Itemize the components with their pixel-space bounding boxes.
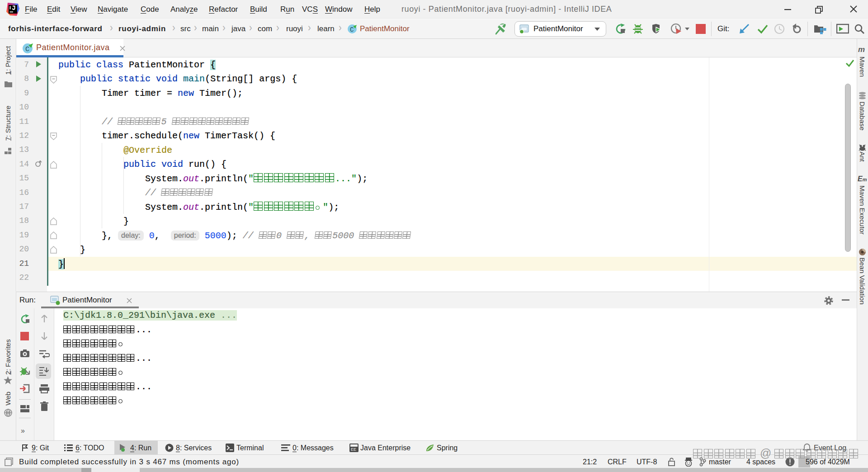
svg-text:EE: EE <box>351 447 356 452</box>
svg-text:C: C <box>350 26 354 33</box>
svg-text:C: C <box>25 46 29 53</box>
